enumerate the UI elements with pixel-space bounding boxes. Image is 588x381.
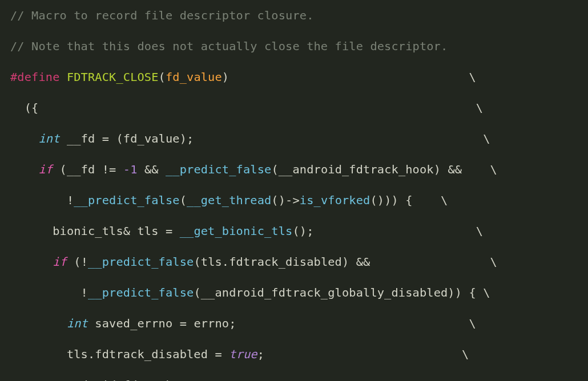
variable: fd_value bbox=[123, 132, 180, 145]
code-line: android_fdtrack_event event; \ bbox=[10, 378, 578, 381]
indent bbox=[10, 255, 53, 269]
expr: () bbox=[271, 193, 285, 207]
code-line: tls.fdtrack_disabled = true; \ bbox=[10, 347, 578, 362]
expr: ())) { bbox=[370, 193, 412, 207]
pad bbox=[264, 347, 462, 361]
line-continuation: \ bbox=[476, 224, 483, 238]
indent bbox=[10, 317, 67, 330]
line-continuation: \ bbox=[469, 70, 476, 84]
code-line: // Macro to record file descriptor closu… bbox=[10, 8, 578, 23]
type-int: int bbox=[38, 132, 59, 145]
code-line: #define FDTRACK_CLOSE(fd_value) \ bbox=[10, 70, 578, 85]
code-line: bionic_tls& tls = __get_bionic_tls(); \ bbox=[10, 224, 578, 239]
bool-true: true bbox=[229, 347, 257, 361]
expr: (); bbox=[292, 224, 313, 238]
code-line: // Note that this does not actually clos… bbox=[10, 39, 578, 54]
pad bbox=[314, 224, 476, 238]
paren: ); bbox=[180, 132, 194, 145]
func: __get_bionic_tls bbox=[180, 224, 293, 238]
line-continuation: \ bbox=[490, 163, 497, 176]
expr: tls = bbox=[130, 224, 180, 238]
keyword-if: if bbox=[53, 255, 67, 269]
func: __predict_false bbox=[88, 286, 194, 299]
code-line: if (__fd != -1 && __predict_false(__andr… bbox=[10, 162, 578, 177]
expr: && bbox=[138, 163, 166, 176]
expr: bionic_tls bbox=[10, 224, 123, 238]
indent bbox=[10, 132, 38, 145]
line-continuation: \ bbox=[476, 101, 483, 115]
semi: ; bbox=[257, 347, 264, 361]
pad bbox=[370, 255, 490, 269]
expr: tls.fdtrack_disabled = bbox=[10, 347, 229, 361]
code-line: int __fd = (fd_value); \ bbox=[10, 131, 578, 147]
pad bbox=[264, 378, 483, 381]
indent bbox=[10, 163, 38, 176]
paren: ( bbox=[159, 70, 166, 84]
line-continuation: \ bbox=[441, 193, 448, 207]
line-continuation: \ bbox=[462, 347, 469, 361]
pad bbox=[194, 132, 483, 145]
paren: ) bbox=[222, 70, 229, 84]
pad bbox=[462, 163, 490, 176]
pad bbox=[229, 70, 469, 84]
code-line: if (!__predict_false(tls.fdtrack_disable… bbox=[10, 254, 578, 270]
op-amp: & bbox=[123, 224, 130, 238]
pad bbox=[476, 286, 483, 299]
paren: ( bbox=[180, 193, 187, 207]
stmt-open: ({ bbox=[10, 101, 38, 115]
pad bbox=[236, 317, 469, 330]
expr: (tls.fdtrack_disabled) && bbox=[194, 255, 370, 269]
line-continuation: \ bbox=[469, 317, 476, 330]
variable: __fd bbox=[60, 132, 102, 145]
type-int: int bbox=[67, 317, 88, 330]
param: fd_value bbox=[166, 70, 222, 84]
code-line: ({ \ bbox=[10, 100, 578, 116]
pad bbox=[38, 101, 476, 115]
comment: // Macro to record file descriptor closu… bbox=[10, 9, 314, 22]
expr: ! bbox=[10, 193, 74, 207]
code-line: int saved_errno = errno; \ bbox=[10, 316, 578, 331]
code-line: !__predict_false(__get_thread()->is_vfor… bbox=[10, 193, 578, 208]
expr: saved_errno = errno; bbox=[88, 317, 236, 330]
func: __predict_false bbox=[166, 163, 271, 176]
pad bbox=[413, 193, 441, 207]
func: __predict_false bbox=[88, 255, 194, 269]
paren: ( bbox=[116, 132, 123, 145]
line-continuation: \ bbox=[490, 255, 497, 269]
expr: (__android_fdtrack_globally_disabled)) { bbox=[194, 286, 476, 299]
op-arrow: -> bbox=[285, 193, 300, 207]
line-continuation: \ bbox=[483, 286, 490, 299]
code-block: // Macro to record file descriptor closu… bbox=[0, 0, 588, 381]
expr: (__android_fdtrack_hook) && bbox=[271, 163, 462, 176]
func: __get_thread bbox=[187, 193, 271, 207]
comment: // Note that this does not actually clos… bbox=[10, 39, 448, 53]
expr: (! bbox=[67, 255, 88, 269]
expr: ! bbox=[10, 286, 88, 299]
preproc-define: #define bbox=[10, 70, 67, 84]
expr: (__fd != bbox=[53, 163, 123, 176]
func: is_vforked bbox=[300, 193, 370, 207]
op: = bbox=[102, 132, 116, 145]
macro-name: FDTRACK_CLOSE bbox=[67, 70, 159, 84]
keyword-if: if bbox=[38, 163, 53, 176]
number: -1 bbox=[123, 163, 138, 176]
code-line: !__predict_false(__android_fdtrack_globa… bbox=[10, 285, 578, 301]
line-continuation: \ bbox=[483, 378, 490, 381]
expr: android_fdtrack_event event; bbox=[10, 378, 264, 381]
func: __predict_false bbox=[74, 193, 179, 207]
line-continuation: \ bbox=[483, 132, 490, 145]
